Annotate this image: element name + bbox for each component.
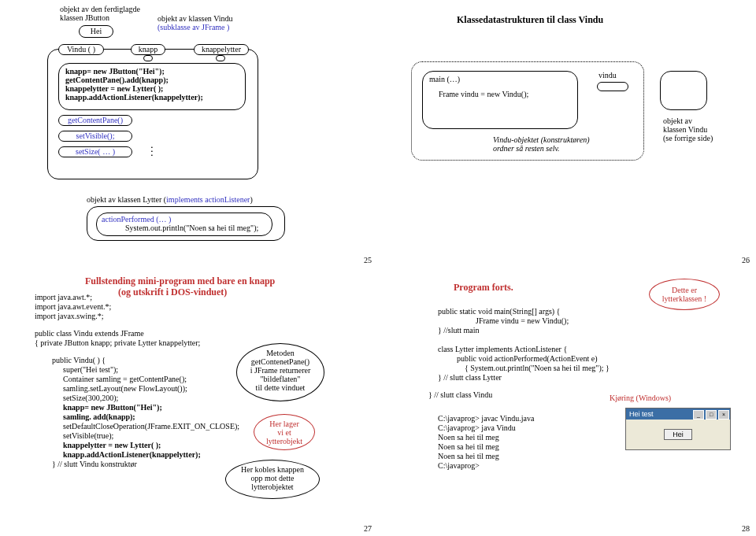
hei-box: Hei [79,25,113,38]
page-number: 25 [364,256,372,264]
console-line: C:\javaprog> java Vindu [438,423,516,432]
bubble-line: Her lager [269,420,298,428]
class-line: { private JButton knapp; private Lytter … [35,338,200,347]
code-line: public Vindu( ) { [52,356,106,364]
object-caption: objekt av klassen Vindu (se forrige side… [663,116,713,142]
caption-line: objekt av klassen Vindu [158,14,233,23]
hei-button[interactable]: Hei [664,429,692,440]
code-line: knappelytter = new Lytter( ); [63,441,161,449]
slide-25: objekt av den ferdiglagde klassen JButto… [0,0,378,268]
code-line: samling.setLayout(new FlowLayout()); [63,384,187,393]
code-line: knapp.addActionListener(knappelytter); [63,450,201,459]
import-line: import java.awt.event.*; [35,302,111,311]
bubble-contentpane: Metoden getContenetPane() i JFrame retur… [236,343,324,401]
code-line: super("Hei test"); [63,365,118,374]
object-box [660,71,707,110]
lytter-caption: objekt av klassen Lytter (implements act… [87,195,253,204]
window-title: Hei test [629,408,654,420]
maximize-icon[interactable]: □ [706,410,717,420]
caption-line: klassen Vindu [663,125,707,134]
console-line: C:\javaprog> javac Vindu.java [438,414,534,423]
vindu-label: vindu [598,71,617,79]
constructor-note: Vindu-objektet (konstruktøren) ordner så… [493,135,589,153]
console-line: Noen sa hei til meg [438,442,499,451]
code-line: knapp= new JButton("Hei"); [63,403,162,412]
code-line: } // slutt class Vindu [428,390,492,399]
bubble-line: "bildeflaten" [261,375,301,383]
code-line: JFrame vindu = new Vindu(); [476,316,569,325]
code-line: Frame vindu = new Vindu(); [439,90,571,98]
code-box-1: knapp= new JButton("Hei"); getContentPan… [58,63,246,110]
bubble-line: i JFrame returnerer [250,366,311,375]
page-number: 28 [742,524,750,533]
gcp-box: getContentPane() [58,115,132,126]
caption-line: klassen JButton [60,13,109,22]
connector [143,55,153,61]
code-line: samling. add(knapp); [63,412,135,421]
lytter-inner-box: actionPerformed (… ) System.out.println(… [96,213,272,236]
code-line: knapp= new JButton("Hei"); [65,67,239,76]
slide-28: Program forts. public static void main(S… [378,268,756,536]
hei-label: Hei [91,27,102,35]
code-line: public static void main(String[] args) { [438,307,560,316]
knapp-pill: knapp [131,44,165,55]
code-line: class Lytter implements ActionListener { [438,345,567,353]
window-titlebar: Hei test _□× [626,408,730,420]
code-line: setVisible(true); [63,431,113,440]
caption-close: ) [250,195,252,204]
pill-label: knapp [139,45,158,54]
caption-jbutton: objekt av den ferdiglagde klassen JButto… [60,5,140,22]
bubble-line: Dette er [672,286,697,294]
bubble-line: Metoden [266,349,295,357]
pill-label: Vindu ( ) [67,45,95,54]
slide-title-line2: (og utskrift i DOS-vinduet) [118,286,227,298]
minimize-icon[interactable]: _ [693,410,704,420]
kjoring-label: Kjøring (Windows) [610,394,671,402]
class-line: public class Vindu extends JFrame [35,329,144,338]
caption-line: objekt av [663,116,692,125]
code-line: } //slutt main [438,326,480,335]
page-number: 27 [364,524,372,533]
caption-line: (se forrige side) [663,134,713,142]
pill-label: knappelytter [202,45,241,54]
close-icon[interactable]: × [718,410,729,420]
connector [216,55,225,61]
bubble-lytterobjekt: Her lager vi et lytterobjekt [254,414,315,450]
bubble-line: til dette vinduet [256,383,306,392]
code-ref: setSize( … ) [76,147,115,156]
code-line: actionPerformed (… ) [102,215,267,224]
code-ref: setVisible(); [76,131,115,140]
bubble-line: lytterklassen ! [662,294,706,303]
caption-impl: implements actionListener [166,195,250,204]
code-line: setDefaultCloseOperation(JFrame.EXIT_ON_… [63,422,239,431]
bubble-line: opp mot dette [251,474,295,482]
bubble-line: lytterobjekt [266,437,302,445]
caption-line-sub: (subklasse av JFrame ) [158,23,229,31]
slide-27: Fullstending mini-program med bare en kn… [0,268,378,536]
code-line: setSize(300,200); [63,394,118,402]
code-line: knappelytter = new Lytter( ); [65,84,239,93]
ss-box: setSize( … ) [58,146,132,157]
vertical-dots: . . . [150,146,158,157]
slide-26: Klassedatastrukturen til class Vindu mai… [378,0,756,268]
code-line: getContentPane().add(knapp); [65,76,239,84]
slide-title: Program forts. [454,282,513,294]
caption-line: objekt av den ferdiglagde [60,5,140,13]
code-line: { System.out.println("Noen sa hei til me… [465,364,610,372]
code-line: System.out.println("Noen sa hei til meg"… [125,224,267,232]
console-line: C:\javaprog> [438,461,480,470]
import-line: import javax.swing.*; [35,312,104,320]
page-number: 26 [742,256,750,264]
windows-dialog: Hei test _□× Hei [625,408,731,450]
code-ref: getContentPane() [68,116,123,124]
console-line: Noen sa hei til meg [438,433,499,442]
bubble-line: lytterobjektet [251,482,293,491]
bubble-kobles: Her kobles knappen opp mot dette lyttero… [225,460,320,499]
bubble-line: getContenetPane() [251,357,309,366]
code-line: public void actionPerformed(ActionEvent … [457,354,598,363]
main-box: main (…) Frame vindu = new Vindu(); [422,71,578,129]
bubble-lytterklassen: Dette er lytterklassen ! [649,279,720,310]
code-line: } // slutt class Lytter [438,373,502,382]
note-line: ordner så resten selv. [493,144,560,153]
code-line: knapp.addActionListener(knappelytter); [65,93,239,102]
